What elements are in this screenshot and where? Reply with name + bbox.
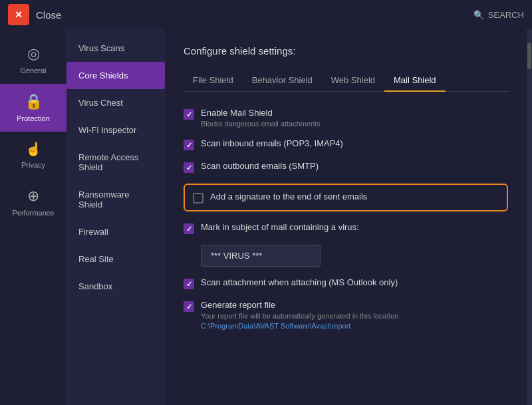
- setting-enable-mail-shield: ✓ Enable Mail Shield Blocks dangerous em…: [184, 108, 508, 128]
- enable-mail-shield-label: Enable Mail Shield: [201, 108, 321, 118]
- sidebar-item-general[interactable]: ◎ General: [0, 36, 66, 84]
- setting-generate-report: ✓ Generate report file Your report file …: [184, 300, 508, 330]
- shield-tabs: File Shield Behavior Shield Web Shield M…: [184, 70, 508, 92]
- performance-label: Performance: [13, 209, 55, 217]
- menu-item-sandbox[interactable]: Sandbox: [66, 273, 165, 300]
- tab-web-shield[interactable]: Web Shield: [322, 70, 384, 92]
- generate-report-desc: Your report file will be automatically g…: [201, 312, 398, 320]
- protection-icon: 🔒: [25, 93, 43, 110]
- left-nav: ◎ General 🔒 Protection ☝ Privacy ⊕ Perfo…: [0, 29, 66, 405]
- general-icon: ◎: [27, 45, 40, 63]
- setting-scan-attachment: ✓ Scan attachment when attaching (MS Out…: [184, 277, 508, 289]
- search-area[interactable]: 🔍 SEARCH: [473, 10, 524, 20]
- tab-behavior-shield[interactable]: Behavior Shield: [243, 70, 322, 92]
- title-bar: ✕ Close 🔍 SEARCH: [0, 0, 532, 29]
- checkbox-add-signature[interactable]: [193, 193, 203, 203]
- checkbox-mark-subject[interactable]: ✓: [184, 223, 194, 234]
- add-signature-label: Add a signature to the end of sent email…: [210, 192, 367, 202]
- menu-item-ransomware[interactable]: Ransomware Shield: [66, 181, 165, 218]
- privacy-label: Privacy: [21, 161, 45, 169]
- checkbox-enable-mail-shield[interactable]: ✓: [184, 109, 194, 120]
- scan-inbound-label: Scan inbound emails (POP3, IMAP4): [201, 138, 343, 148]
- virus-input[interactable]: [201, 245, 321, 267]
- scrollbar[interactable]: [527, 29, 532, 405]
- scroll-thumb[interactable]: [527, 43, 531, 69]
- search-label: SEARCH: [488, 10, 524, 20]
- virus-input-row: [201, 245, 508, 267]
- menu-item-virus-scans[interactable]: Virus Scans: [66, 35, 165, 62]
- sidebar-item-privacy[interactable]: ☝ Privacy: [0, 132, 66, 178]
- middle-menu: Virus Scans Core Shields Virus Chest Wi-…: [66, 29, 165, 405]
- generate-report-label: Generate report file: [201, 300, 398, 310]
- checkbox-generate-report[interactable]: ✓: [184, 301, 194, 312]
- performance-icon: ⊕: [27, 188, 39, 205]
- scan-attachment-label: Scan attachment when attaching (MS Outlo…: [201, 277, 398, 287]
- menu-item-wifi-inspector[interactable]: Wi-Fi Inspector: [66, 116, 165, 144]
- enable-mail-shield-desc: Blocks dangerous email attachments: [201, 120, 321, 128]
- checkbox-scan-outbound[interactable]: ✓: [184, 162, 194, 173]
- sidebar-item-performance[interactable]: ⊕ Performance: [0, 178, 66, 226]
- privacy-icon: ☝: [25, 141, 42, 157]
- setting-mark-subject: ✓ Mark in subject of mail containing a v…: [184, 222, 508, 234]
- mark-subject-label: Mark in subject of mail containing a vir…: [201, 222, 359, 232]
- tab-mail-shield[interactable]: Mail Shield: [384, 70, 446, 92]
- setting-scan-inbound: ✓ Scan inbound emails (POP3, IMAP4): [184, 138, 508, 150]
- general-label: General: [20, 67, 46, 74]
- close-button[interactable]: ✕: [8, 4, 29, 25]
- menu-item-real-site[interactable]: Real Site: [66, 245, 165, 273]
- search-icon: 🔍: [473, 10, 484, 20]
- report-link[interactable]: C:\ProgramData\AVAST Software\Avast\repo…: [201, 322, 398, 330]
- checkbox-scan-inbound[interactable]: ✓: [184, 140, 194, 150]
- checkbox-scan-attachment[interactable]: ✓: [184, 279, 194, 289]
- content-title: Configure shield settings:: [184, 45, 508, 57]
- protection-label: Protection: [17, 114, 50, 122]
- menu-item-firewall[interactable]: Firewall: [66, 218, 165, 245]
- setting-add-signature: Add a signature to the end of sent email…: [184, 184, 508, 211]
- setting-scan-outbound: ✓ Scan outbound emails (SMTP): [184, 161, 508, 173]
- scan-outbound-label: Scan outbound emails (SMTP): [201, 161, 319, 171]
- window-title: Close: [36, 9, 61, 21]
- tab-file-shield[interactable]: File Shield: [184, 70, 243, 92]
- sidebar-item-protection[interactable]: 🔒 Protection: [0, 84, 66, 132]
- menu-item-remote-access[interactable]: Remote Access Shield: [66, 144, 165, 181]
- main-container: ◎ General 🔒 Protection ☝ Privacy ⊕ Perfo…: [0, 29, 532, 405]
- content-area: Configure shield settings: File Shield B…: [165, 29, 527, 405]
- menu-item-core-shields[interactable]: Core Shields: [66, 62, 165, 89]
- menu-item-virus-chest[interactable]: Virus Chest: [66, 89, 165, 116]
